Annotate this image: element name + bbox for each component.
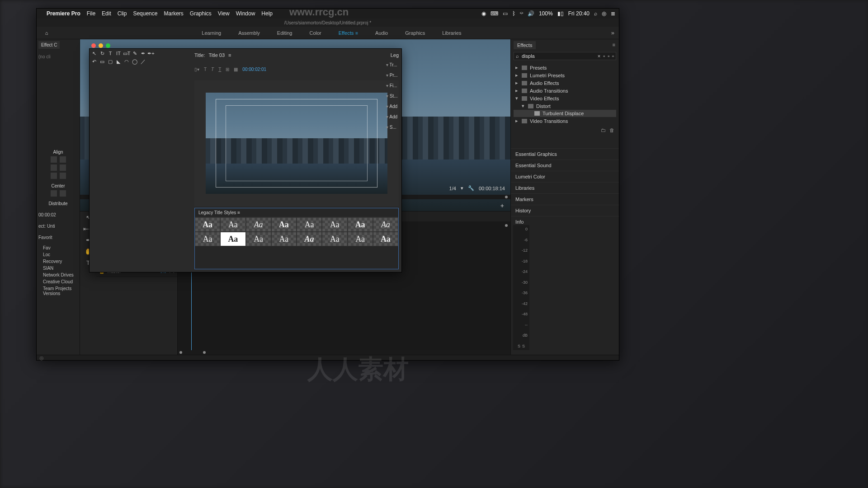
rotate-tool-icon[interactable]: ↻ [99,50,106,57]
tab-libraries[interactable]: Libraries [511,182,619,193]
effects-tab[interactable]: Effects [514,41,536,49]
display-icon[interactable]: ▭ [503,10,508,17]
center-icons[interactable] [38,190,78,197]
effects-tree-row[interactable]: ▸Video Transitions [514,117,616,125]
tab-lumetri[interactable]: Lumetri Color [511,171,619,182]
tab-essential-graphics[interactable]: Essential Graphics [511,148,619,160]
preset-bin-icon[interactable]: ▫ [608,53,609,59]
volume-icon[interactable]: 🔊 [528,10,534,17]
effects-tree-row[interactable]: ▸Presets [514,64,616,71]
maximize-icon[interactable] [106,43,110,48]
menu-clip[interactable]: Clip [118,10,127,17]
legacy-title-window[interactable]: ↖ ↻ T IT ▭T ✎ ✒ ✒+ ↶ ▭ ▢ ◣ ◠ ◯ ／ Title: … [89,48,402,272]
sec-fi[interactable]: Fi... [386,83,400,88]
ws-effects[interactable]: Effects≡ [338,28,359,38]
style-swatch[interactable]: Aa [373,217,398,232]
bin-network[interactable]: Network Drives [38,272,78,278]
keyboard-icon[interactable]: ⌨ [491,10,498,17]
ws-graphics[interactable]: Graphics [404,28,426,38]
style-swatch[interactable]: Aa [220,217,245,232]
style-swatch[interactable]: Aa [322,232,347,246]
zoom-level[interactable]: 1/4 [449,186,456,191]
sec-st[interactable]: St... [386,94,400,99]
style-swatch[interactable]: Aa [195,232,220,246]
add-anchor-icon[interactable]: ✒+ [147,50,155,57]
styles-menu-icon[interactable]: ≡ [237,210,240,215]
bin-recovery[interactable]: Recovery [38,258,78,265]
menu-help[interactable]: Help [261,10,273,17]
menu-icon[interactable]: ≣ [611,10,615,17]
style-swatch[interactable]: Aa [271,232,297,246]
effects-tree-row[interactable]: Turbulent Displace [514,110,616,117]
undo-icon[interactable]: ↶ [90,58,98,65]
style-swatch[interactable]: Aa [271,217,297,232]
ws-color[interactable]: Color [308,28,322,38]
align-icons-2[interactable] [38,164,78,171]
area-type-icon[interactable]: ▭T [123,50,130,57]
style-swatch[interactable]: Aa [246,232,271,246]
tab-essential-sound[interactable]: Essential Sound [511,160,619,171]
style-swatch[interactable]: Aa [297,232,322,246]
button-editor-icon[interactable]: + [500,202,504,209]
vtype-tool-icon[interactable]: IT [115,50,122,57]
menu-sequence[interactable]: Sequence [133,10,157,17]
safe-margins-icon[interactable]: ▦ [234,67,238,72]
tab-history[interactable]: History [511,205,619,216]
align-icons[interactable] [38,156,78,163]
clear-search-icon[interactable]: × [598,53,600,59]
rect-tool-icon[interactable]: ▭ [99,58,106,65]
effects-tree-row[interactable]: ▸Lumetri Presets [514,71,616,79]
snap-icon[interactable]: ⊞ [226,67,229,72]
effects-tree-row[interactable]: ▾Video Effects [514,94,616,102]
sec-s[interactable]: S... [386,125,400,130]
bin-cc[interactable]: Creative Cloud [38,278,78,285]
preset-new-icon[interactable]: ▫ [603,53,605,59]
effects-search[interactable]: ⌕ × ▫ ▫ ▫ [514,52,616,60]
wifi-icon[interactable]: ⌔ [520,10,523,17]
style-swatch[interactable]: Aa [348,217,373,232]
app-name[interactable]: Premiere Pro [47,10,80,17]
ws-audio[interactable]: Audio [374,28,389,38]
menu-view[interactable]: View [218,10,230,17]
timeline-hscroll[interactable] [178,350,510,355]
bluetooth-icon[interactable]: ᛒ [512,10,515,17]
title-menu-icon[interactable]: ≡ [228,52,231,58]
effects-tree-row[interactable]: ▸Audio Effects [514,79,616,87]
solo-r[interactable]: S [522,344,525,348]
zoom-handle-icon[interactable] [505,224,508,227]
battery-icon[interactable]: ▮▯ [557,10,564,17]
sec-add2[interactable]: Add [386,114,400,119]
delete-icon[interactable]: 🗑 [609,127,614,133]
type-tool-icon[interactable]: T [107,50,114,57]
menu-markers[interactable]: Markers [164,10,183,17]
solo-l[interactable]: S [518,344,520,348]
bold-icon[interactable]: T [204,67,207,72]
underline-icon[interactable]: T [218,67,221,72]
style-swatch[interactable]: Aa [348,232,373,246]
font-dropdown[interactable]: ▯▾ [194,67,199,72]
spotlight-icon[interactable]: ⌕ [594,10,597,17]
menu-edit[interactable]: Edit [102,10,111,17]
wedge-tool-icon[interactable]: ◣ [115,58,122,65]
style-swatch[interactable]: Aa [373,232,398,246]
ws-editing[interactable]: Editing [276,28,293,38]
menu-file[interactable]: File [87,10,95,17]
project-tab[interactable]: ect: Unti [38,224,78,229]
bin-team[interactable]: Team Projects Versions [38,285,78,297]
close-icon[interactable] [91,43,96,48]
siri-icon[interactable]: ◎ [602,10,606,17]
ws-assembly[interactable]: Assembly [237,28,261,38]
panel-menu-icon[interactable]: ≡ [613,42,615,47]
sec-pr[interactable]: Pr... [386,73,400,78]
italic-icon[interactable]: T [211,67,214,72]
line-tool-icon[interactable]: ／ [139,58,146,65]
home-icon[interactable]: ⌂ [41,28,52,38]
effects-search-input[interactable] [522,53,595,59]
menu-window[interactable]: Window [236,10,255,17]
title-canvas[interactable] [194,80,399,206]
wrench-icon[interactable]: 🔧 [468,185,474,191]
align-icons-3[interactable] [38,173,78,179]
preset-fx-icon[interactable]: ▫ [612,53,614,59]
effects-tree-row[interactable]: ▾Distort [514,102,616,110]
path-type-icon[interactable]: ✎ [131,50,138,57]
